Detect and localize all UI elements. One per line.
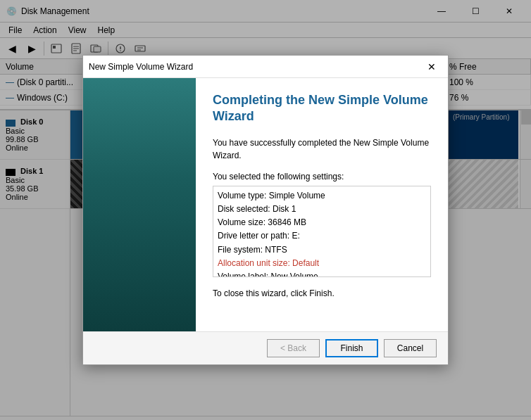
dialog-settings-box[interactable]: Volume type: Simple Volume Disk selected… xyxy=(213,186,431,277)
setting-5: Allocation unit size: Default xyxy=(218,257,426,270)
dialog-title: New Simple Volume Wizard xyxy=(89,62,421,72)
dialog-content: Completing the New Simple Volume Wizard … xyxy=(196,78,448,331)
dialog-overlay: New Simple Volume Wizard ✕ Completing th… xyxy=(0,0,531,420)
dialog-footer: < Back Finish Cancel xyxy=(83,331,448,364)
setting-6: Volume label: New Volume xyxy=(218,270,426,277)
setting-0: Volume type: Simple Volume xyxy=(218,189,426,203)
finish-button[interactable]: Finish xyxy=(325,339,378,357)
dialog-heading: Completing the New Simple Volume Wizard xyxy=(213,92,431,125)
setting-3: Drive letter or path: E: xyxy=(218,229,426,243)
setting-4: File system: NTFS xyxy=(218,243,426,257)
cancel-button[interactable]: Cancel xyxy=(384,339,437,357)
setting-2: Volume size: 36846 MB xyxy=(218,216,426,229)
back-button[interactable]: < Back xyxy=(267,339,320,357)
setting-1: Disk selected: Disk 1 xyxy=(218,203,426,216)
dialog-close-icon[interactable]: ✕ xyxy=(421,58,442,76)
dialog-settings-label: You selected the following settings: xyxy=(213,170,431,183)
dialog-body: Completing the New Simple Volume Wizard … xyxy=(83,78,448,331)
dialog-title-bar: New Simple Volume Wizard ✕ xyxy=(83,56,448,78)
dialog-intro-text: You have successfully completed the New … xyxy=(213,136,431,162)
dialog-sidebar-graphic xyxy=(83,78,196,331)
new-simple-volume-dialog: New Simple Volume Wizard ✕ Completing th… xyxy=(82,55,449,365)
dialog-finish-text: To close this wizard, click Finish. xyxy=(213,288,431,298)
